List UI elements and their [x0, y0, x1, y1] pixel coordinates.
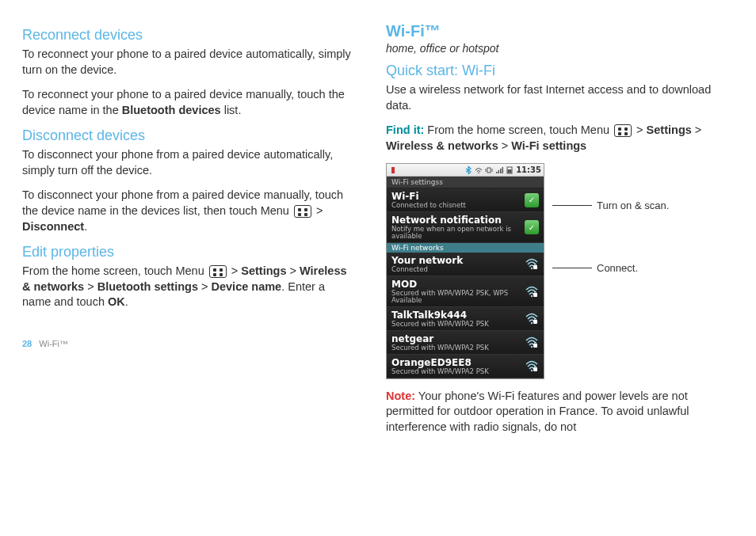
text: >	[84, 280, 97, 293]
svg-rect-6	[498, 170, 500, 173]
para-reconnect-1: To reconnect your phone to a paired devi…	[22, 47, 354, 78]
setting-row-notification[interactable]: Network notification Notify me when an o…	[387, 212, 544, 243]
screen-title: Wi-Fi settingss	[387, 177, 544, 188]
row-title: Wi-Fi	[391, 191, 525, 202]
network-subtitle: Secured with WPA/WPA2 PSK, WPS Available	[391, 290, 525, 304]
text-bold: Disconnect	[22, 220, 84, 233]
svg-rect-2	[487, 168, 491, 173]
wifi-lock-icon	[525, 359, 539, 372]
text: >	[198, 280, 212, 293]
svg-point-20	[531, 346, 533, 348]
wifi-status-icon	[475, 166, 483, 174]
text: .	[125, 295, 128, 308]
phone-figure: 11:35 Wi-Fi settingss Wi-Fi Connected to…	[386, 163, 718, 378]
phone-screenshot: 11:35 Wi-Fi settingss Wi-Fi Connected to…	[386, 163, 544, 378]
callout-text: Turn on & scan.	[597, 200, 669, 211]
svg-rect-16	[535, 291, 536, 294]
text-bold: Wi-Fi settings	[511, 139, 586, 152]
section-header: Wi-Fi networks	[387, 243, 544, 253]
heading-quickstart: Quick start: Wi-Fi	[386, 63, 718, 79]
svg-point-14	[531, 295, 533, 297]
svg-rect-7	[500, 169, 502, 173]
network-name: netgear	[391, 333, 525, 344]
network-list: Your networkConnectedMODSecured with WPA…	[387, 253, 544, 378]
right-column: Wi-Fi™ home, office or hotspot Quick sta…	[386, 22, 718, 444]
signal-icon	[495, 166, 503, 174]
text: Your phone's Wi-Fi features and power le…	[386, 390, 689, 433]
heading-edit: Edit properties	[22, 244, 354, 260]
para-note: Note: Your phone's Wi-Fi features and po…	[386, 389, 718, 435]
page-footer: 28 Wi-Fi™	[22, 339, 354, 348]
text: >	[498, 139, 512, 152]
subtitle: home, office or hotspot	[386, 42, 718, 55]
text: From the home screen, touch Menu	[424, 124, 613, 136]
network-row[interactable]: TalkTalk9k444Secured with WPA/WPA2 PSK	[387, 307, 544, 331]
battery-icon	[506, 166, 514, 174]
row-subtitle: Notify me when an open network is availa…	[391, 226, 525, 240]
text: >	[286, 264, 300, 277]
status-bar: 11:35	[387, 164, 544, 177]
callout-connect: Connect.	[552, 262, 718, 274]
svg-rect-0	[391, 167, 395, 173]
menu-icon	[209, 265, 227, 278]
text: >	[633, 124, 647, 136]
svg-rect-5	[496, 172, 498, 173]
callout-text: Connect.	[597, 262, 638, 274]
svg-rect-10	[508, 169, 512, 173]
note-label: Note:	[386, 390, 415, 402]
network-row[interactable]: netgearSecured with WPA/WPA2 PSK	[387, 331, 544, 355]
text-bold: Bluetooth settings	[97, 280, 198, 293]
heading-wifi: Wi-Fi™	[386, 22, 718, 40]
menu-icon	[294, 205, 311, 218]
svg-rect-13	[535, 264, 536, 267]
text-bold: OK	[108, 295, 125, 308]
text-bold: Bluetooth devices	[122, 104, 221, 116]
para-disconnect-1: To disconnect your phone from a paired d…	[22, 147, 354, 178]
text-bold: Settings	[241, 264, 286, 277]
network-row[interactable]: MODSecured with WPA/WPA2 PSK, WPS Availa…	[387, 276, 544, 307]
callout-line	[552, 268, 592, 268]
svg-point-1	[478, 172, 479, 173]
svg-rect-22	[535, 343, 536, 345]
network-name: OrangeED9EE8	[391, 357, 525, 368]
text: From the home screen, touch Menu	[22, 264, 208, 277]
usb-icon	[389, 166, 397, 174]
network-subtitle: Connected	[391, 266, 525, 273]
svg-rect-8	[502, 167, 504, 173]
checkbox-checked-icon[interactable]: ✓	[525, 220, 539, 234]
svg-rect-19	[535, 319, 536, 321]
text-bold: Device name	[212, 280, 282, 293]
checkbox-checked-icon[interactable]: ✓	[525, 193, 539, 207]
text: >	[228, 264, 242, 277]
svg-point-23	[531, 370, 533, 371]
bluetooth-icon	[464, 166, 472, 174]
status-time: 11:35	[516, 165, 541, 174]
heading-disconnect: Disconnect devices	[22, 127, 354, 144]
callouts: Turn on & scan. Connect.	[552, 163, 718, 274]
wifi-lock-icon	[525, 336, 539, 348]
network-name: MOD	[391, 279, 525, 290]
para-disconnect-2: To disconnect your phone from a paired d…	[22, 188, 354, 234]
network-row[interactable]: Your networkConnected	[387, 253, 544, 276]
wifi-lock-icon	[525, 285, 539, 298]
callout-turn-on: Turn on & scan.	[552, 200, 718, 211]
text-bold: Settings	[647, 124, 692, 136]
network-name: Your network	[391, 255, 525, 266]
wifi-lock-icon	[525, 312, 539, 325]
vibrate-icon	[485, 166, 493, 174]
para-findit: Find it: From the home screen, touch Men…	[386, 123, 718, 154]
network-row[interactable]: OrangeED9EE8Secured with WPA/WPA2 PSK	[387, 355, 544, 378]
text: .	[84, 220, 87, 233]
svg-point-17	[531, 322, 533, 324]
findit-label: Find it:	[386, 124, 424, 136]
footer-section: Wi-Fi™	[39, 339, 68, 348]
para-reconnect-2: To reconnect your phone to a paired devi…	[22, 87, 354, 118]
row-title: Network notification	[391, 215, 525, 226]
svg-point-11	[531, 268, 533, 269]
row-subtitle: Connected to chisnett	[391, 202, 525, 209]
setting-row-wifi[interactable]: Wi-Fi Connected to chisnett ✓	[387, 188, 544, 212]
para-edit-1: From the home screen, touch Menu > Setti…	[22, 264, 354, 310]
text: >	[692, 124, 702, 136]
network-name: TalkTalk9k444	[391, 310, 525, 321]
network-subtitle: Secured with WPA/WPA2 PSK	[391, 368, 525, 375]
